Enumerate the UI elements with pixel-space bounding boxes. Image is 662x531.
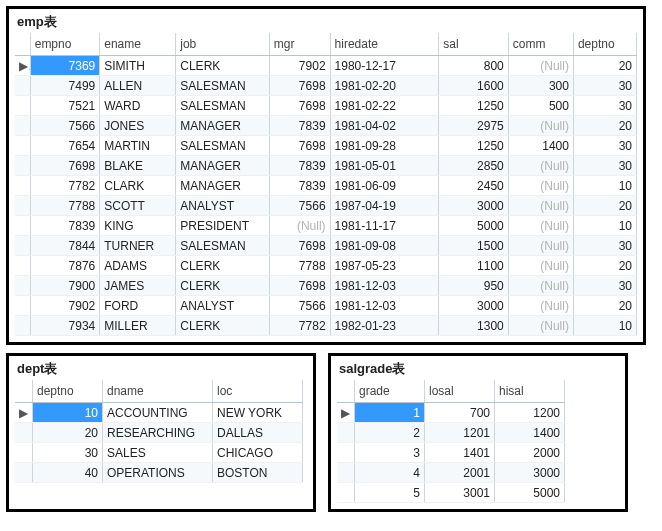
cell-deptno[interactable]: 30 (573, 276, 636, 296)
table-row[interactable]: 212011400 (337, 423, 565, 443)
cell-sal[interactable]: 1250 (439, 136, 509, 156)
cell-hiredate[interactable]: 1987-05-23 (330, 256, 439, 276)
cell-job[interactable]: SALESMAN (176, 76, 269, 96)
cell-mgr[interactable]: 7698 (269, 276, 330, 296)
cell-hiredate[interactable]: 1981-04-02 (330, 116, 439, 136)
table-row[interactable]: 420013000 (337, 463, 565, 483)
table-row[interactable]: 7902FORDANALYST75661981-12-033000(Null)2… (15, 296, 637, 316)
cell-mgr[interactable]: 7566 (269, 296, 330, 316)
cell-deptno[interactable]: 40 (33, 463, 103, 483)
cell-empno[interactable]: 7654 (30, 136, 100, 156)
table-row[interactable]: 30SALESCHICAGO (15, 443, 303, 463)
cell-comm[interactable]: (Null) (508, 116, 573, 136)
cell-deptno[interactable]: 20 (33, 423, 103, 443)
emp-table[interactable]: empno ename job mgr hiredate sal comm de… (15, 33, 637, 336)
cell-ename[interactable]: CLARK (100, 176, 176, 196)
cell-grade[interactable]: 2 (355, 423, 425, 443)
cell-hisal[interactable]: 2000 (495, 443, 565, 463)
cell-empno[interactable]: 7698 (30, 156, 100, 176)
cell-comm[interactable]: (Null) (508, 216, 573, 236)
cell-hiredate[interactable]: 1981-05-01 (330, 156, 439, 176)
cell-mgr[interactable]: 7902 (269, 56, 330, 76)
cell-grade[interactable]: 5 (355, 483, 425, 503)
cell-deptno[interactable]: 30 (573, 136, 636, 156)
cell-deptno[interactable]: 20 (573, 256, 636, 276)
col-header[interactable]: deptno (33, 380, 103, 403)
cell-empno[interactable]: 7782 (30, 176, 100, 196)
cell-sal[interactable]: 950 (439, 276, 509, 296)
table-row[interactable]: 7698BLAKEMANAGER78391981-05-012850(Null)… (15, 156, 637, 176)
cell-hiredate[interactable]: 1981-11-17 (330, 216, 439, 236)
cell-loc[interactable]: DALLAS (213, 423, 303, 443)
table-row[interactable]: 40OPERATIONSBOSTON (15, 463, 303, 483)
col-header[interactable]: dname (103, 380, 213, 403)
cell-deptno[interactable]: 10 (33, 403, 103, 423)
cell-sal[interactable]: 800 (439, 56, 509, 76)
table-row[interactable]: ▶7369SIMITHCLERK79021980-12-17800(Null)2… (15, 56, 637, 76)
cell-ename[interactable]: KING (100, 216, 176, 236)
cell-job[interactable]: MANAGER (176, 176, 269, 196)
cell-hisal[interactable]: 1200 (495, 403, 565, 423)
cell-ename[interactable]: MARTIN (100, 136, 176, 156)
cell-sal[interactable]: 1100 (439, 256, 509, 276)
cell-comm[interactable]: (Null) (508, 156, 573, 176)
cell-dname[interactable]: ACCOUNTING (103, 403, 213, 423)
cell-loc[interactable]: NEW YORK (213, 403, 303, 423)
cell-hiredate[interactable]: 1980-12-17 (330, 56, 439, 76)
cell-job[interactable]: CLERK (176, 316, 269, 336)
cell-ename[interactable]: WARD (100, 96, 176, 116)
cell-job[interactable]: MANAGER (176, 156, 269, 176)
cell-deptno[interactable]: 30 (33, 443, 103, 463)
cell-comm[interactable]: (Null) (508, 296, 573, 316)
cell-hisal[interactable]: 5000 (495, 483, 565, 503)
cell-deptno[interactable]: 20 (573, 196, 636, 216)
cell-job[interactable]: ANALYST (176, 296, 269, 316)
cell-mgr[interactable]: 7698 (269, 96, 330, 116)
cell-job[interactable]: SALESMAN (176, 96, 269, 116)
cell-deptno[interactable]: 20 (573, 116, 636, 136)
col-header[interactable]: ename (100, 33, 176, 56)
cell-losal[interactable]: 1401 (425, 443, 495, 463)
cell-empno[interactable]: 7499 (30, 76, 100, 96)
cell-ename[interactable]: ALLEN (100, 76, 176, 96)
cell-sal[interactable]: 1600 (439, 76, 509, 96)
cell-deptno[interactable]: 30 (573, 156, 636, 176)
table-row[interactable]: 7900JAMESCLERK76981981-12-03950(Null)30 (15, 276, 637, 296)
cell-mgr[interactable]: 7839 (269, 176, 330, 196)
cell-losal[interactable]: 3001 (425, 483, 495, 503)
cell-empno[interactable]: 7521 (30, 96, 100, 116)
cell-comm[interactable]: 300 (508, 76, 573, 96)
cell-mgr[interactable]: 7698 (269, 236, 330, 256)
cell-mgr[interactable]: 7566 (269, 196, 330, 216)
cell-comm[interactable]: (Null) (508, 276, 573, 296)
cell-ename[interactable]: ADAMS (100, 256, 176, 276)
cell-deptno[interactable]: 30 (573, 236, 636, 256)
table-row[interactable]: 7844TURNERSALESMAN76981981-09-081500(Nul… (15, 236, 637, 256)
cell-dname[interactable]: OPERATIONS (103, 463, 213, 483)
cell-deptno[interactable]: 10 (573, 176, 636, 196)
table-row[interactable]: 20RESEARCHINGDALLAS (15, 423, 303, 443)
salgrade-table[interactable]: grade losal hisal ▶170012002120114003140… (337, 380, 565, 503)
cell-empno[interactable]: 7839 (30, 216, 100, 236)
cell-empno[interactable]: 7900 (30, 276, 100, 296)
cell-job[interactable]: CLERK (176, 56, 269, 76)
cell-empno[interactable]: 7902 (30, 296, 100, 316)
cell-deptno[interactable]: 10 (573, 216, 636, 236)
col-header[interactable]: losal (425, 380, 495, 403)
cell-deptno[interactable]: 30 (573, 76, 636, 96)
cell-hiredate[interactable]: 1982-01-23 (330, 316, 439, 336)
cell-hiredate[interactable]: 1981-02-20 (330, 76, 439, 96)
cell-hisal[interactable]: 1400 (495, 423, 565, 443)
cell-job[interactable]: SALESMAN (176, 136, 269, 156)
col-header[interactable]: mgr (269, 33, 330, 56)
cell-sal[interactable]: 5000 (439, 216, 509, 236)
cell-comm[interactable]: (Null) (508, 236, 573, 256)
table-row[interactable]: 7839KINGPRESIDENT(Null)1981-11-175000(Nu… (15, 216, 637, 236)
cell-ename[interactable]: MILLER (100, 316, 176, 336)
cell-comm[interactable]: (Null) (508, 56, 573, 76)
cell-job[interactable]: ANALYST (176, 196, 269, 216)
col-header[interactable]: loc (213, 380, 303, 403)
cell-job[interactable]: MANAGER (176, 116, 269, 136)
cell-deptno[interactable]: 20 (573, 296, 636, 316)
col-header[interactable]: hiredate (330, 33, 439, 56)
